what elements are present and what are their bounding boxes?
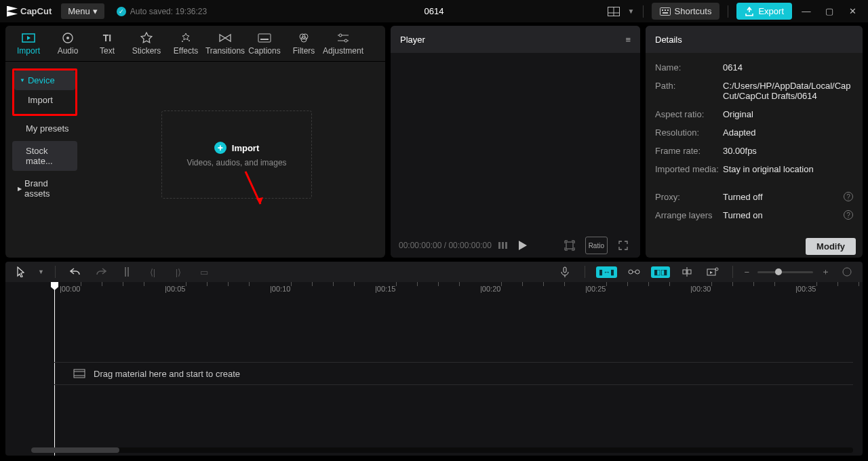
detail-value: Turned on: [723, 210, 763, 220]
chevron-down-icon[interactable]: ▼: [38, 268, 44, 275]
ruler-mark: |00:20: [480, 285, 500, 293]
divider: [55, 266, 56, 278]
ruler-mark: |00:30: [690, 285, 711, 293]
chevron-down-icon: ▾: [93, 6, 98, 16]
split-button[interactable]: [118, 263, 136, 281]
import-dropzone[interactable]: + Import Videos, audios, and images: [161, 111, 312, 199]
zoom-in-icon[interactable]: ＋: [821, 266, 830, 278]
snap-toggle[interactable]: ◧◨: [651, 266, 670, 278]
detail-value: Turned off: [723, 192, 763, 202]
chevron-down-icon: ▼: [20, 77, 25, 83]
horizontal-scrollbar[interactable]: [31, 447, 853, 453]
minimize-button[interactable]: —: [797, 3, 815, 20]
adjustment-icon: [336, 33, 350, 43]
svg-rect-40: [74, 369, 85, 378]
audio-icon: [61, 33, 75, 43]
tab-adjustment[interactable]: Adjustment: [324, 28, 362, 61]
info-icon[interactable]: ?: [844, 210, 853, 220]
zoom-fit-button[interactable]: [838, 263, 856, 281]
tree-item-import[interactable]: Import: [14, 90, 75, 110]
magnetic-toggle[interactable]: ▮↔▮: [596, 266, 617, 278]
tab-import[interactable]: Import: [9, 28, 47, 61]
svg-point-39: [843, 268, 851, 276]
player-panel: Player ≡ 00:00:00:00 / 00:00:00:00 Ratio: [391, 26, 640, 258]
media-panel: Import Audio TI Text Stickers Effects Tr…: [5, 26, 385, 258]
detail-key: Frame rate:: [655, 146, 723, 156]
timeline-hint: Drag material here and start to create: [54, 362, 853, 385]
svg-point-20: [339, 34, 342, 37]
filters-icon: [297, 33, 311, 43]
tree-item-brand[interactable]: ▶ Brand assets: [12, 174, 77, 203]
transitions-icon: [218, 33, 232, 43]
tree-label: Brand assets: [24, 178, 72, 199]
tree-label: Device: [28, 75, 55, 85]
undo-button[interactable]: [66, 263, 84, 281]
project-title: 0614: [425, 6, 444, 16]
info-icon[interactable]: ?: [844, 192, 853, 201]
delete-button[interactable]: ▭: [195, 263, 213, 281]
time-display: 00:00:00:00 / 00:00:00:00: [399, 241, 492, 250]
divider: [732, 266, 733, 278]
shortcuts-button[interactable]: Shortcuts: [652, 3, 720, 20]
tab-effects[interactable]: Effects: [167, 28, 205, 61]
zoom-slider[interactable]: [757, 271, 813, 273]
play-button[interactable]: [514, 237, 532, 254]
menu-label: Menu: [68, 6, 90, 16]
ruler-mark: |00:35: [795, 285, 816, 293]
maximize-button[interactable]: ▢: [821, 3, 838, 20]
timeline[interactable]: |00:00|00:05|00:10|00:15|00:20|00:25|00:…: [5, 282, 863, 456]
tab-audio[interactable]: Audio: [49, 28, 87, 61]
svg-rect-27: [125, 267, 126, 277]
import-title: Import: [232, 143, 259, 153]
text-icon: TI: [100, 33, 114, 43]
ruler-mark: |00:15: [375, 285, 395, 293]
player-controls: 00:00:00:00 / 00:00:00:00 Ratio: [391, 233, 640, 258]
svg-marker-37: [710, 271, 713, 274]
redo-button[interactable]: [92, 263, 110, 281]
select-tool[interactable]: [12, 263, 30, 281]
scale-button[interactable]: [561, 237, 578, 254]
trim-left-button[interactable]: ⟨|: [144, 263, 161, 281]
layout-button[interactable]: [605, 3, 623, 20]
fullscreen-button[interactable]: [614, 237, 632, 254]
svg-rect-26: [566, 242, 573, 249]
timeline-ruler[interactable]: |00:00|00:05|00:10|00:15|00:20|00:25|00:…: [54, 282, 863, 298]
close-button[interactable]: ✕: [844, 3, 861, 20]
tab-text[interactable]: TI Text: [88, 28, 126, 61]
detail-key: Path:: [655, 81, 723, 101]
media-stage: + Import Videos, audios, and images: [80, 62, 385, 258]
tab-stickers[interactable]: Stickers: [127, 28, 165, 61]
preview-render-button[interactable]: [704, 263, 722, 281]
trim-right-button[interactable]: |⟩: [170, 263, 187, 281]
svg-point-30: [629, 270, 633, 274]
media-top-tabs: Import Audio TI Text Stickers Effects Tr…: [5, 26, 385, 62]
tree-item-stock[interactable]: Stock mate...: [12, 141, 77, 171]
svg-rect-35: [688, 270, 691, 274]
divider: [585, 266, 585, 278]
modify-button[interactable]: Modify: [806, 238, 856, 255]
plus-icon: +: [214, 142, 226, 154]
import-tab-icon: [22, 33, 35, 43]
chevron-down-icon: ▼: [628, 7, 635, 15]
svg-marker-9: [27, 36, 31, 40]
link-toggle[interactable]: [625, 263, 643, 281]
menu-button[interactable]: Menu ▾: [61, 3, 104, 19]
menu-icon[interactable]: ≡: [625, 35, 631, 45]
mic-button[interactable]: [556, 263, 574, 281]
export-button[interactable]: Export: [736, 3, 792, 20]
svg-rect-5: [665, 9, 666, 11]
ruler-mark: |00:25: [585, 285, 606, 293]
tab-transitions[interactable]: Transitions: [206, 28, 244, 61]
tab-captions[interactable]: Captions: [245, 28, 283, 61]
align-button[interactable]: [678, 263, 696, 281]
ruler-mark: |00:10: [270, 285, 290, 293]
preview-quality-icon[interactable]: [498, 242, 507, 249]
tab-filters[interactable]: Filters: [285, 28, 323, 61]
tree-item-device[interactable]: ▼ Device: [14, 71, 75, 90]
tree-item-presets[interactable]: My presets: [12, 119, 77, 138]
ratio-button[interactable]: Ratio: [585, 237, 608, 254]
details-header: Details: [646, 26, 863, 53]
detail-key: Arrange layers: [655, 210, 723, 220]
zoom-out-icon[interactable]: −: [744, 267, 749, 277]
capcut-logo-icon: [7, 6, 18, 17]
